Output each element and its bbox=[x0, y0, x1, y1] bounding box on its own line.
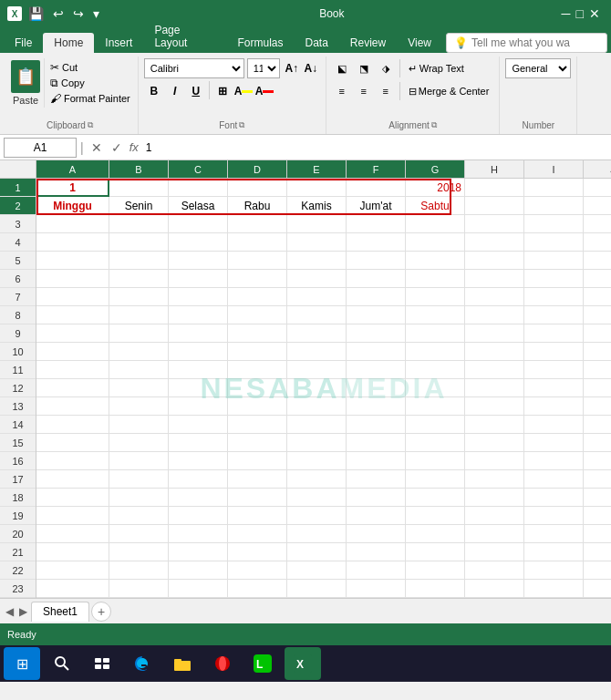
cell-g18[interactable] bbox=[406, 489, 465, 507]
cell-b5[interactable] bbox=[109, 252, 169, 270]
cell-b14[interactable] bbox=[109, 416, 169, 434]
cell-a23[interactable] bbox=[36, 580, 109, 598]
cell-a7[interactable] bbox=[36, 288, 109, 306]
cell-i23[interactable] bbox=[524, 580, 584, 598]
cell-d19[interactable] bbox=[228, 507, 287, 525]
cell-a13[interactable] bbox=[36, 397, 109, 416]
cell-a8[interactable] bbox=[36, 306, 109, 324]
cell-b9[interactable] bbox=[109, 324, 169, 343]
cell-i14[interactable] bbox=[524, 416, 584, 434]
align-left-btn[interactable]: ≡ bbox=[332, 81, 352, 101]
cell-h13[interactable] bbox=[465, 397, 524, 416]
cell-c22[interactable] bbox=[169, 561, 228, 580]
align-top-right-btn[interactable]: ⬗ bbox=[376, 58, 396, 78]
cell-d6[interactable] bbox=[228, 270, 287, 288]
cell-c11[interactable] bbox=[169, 361, 228, 379]
cell-g14[interactable] bbox=[406, 416, 465, 434]
cell-b19[interactable] bbox=[109, 507, 169, 525]
font-expand-icon[interactable]: ⧉ bbox=[239, 120, 244, 130]
cell-c3[interactable] bbox=[169, 215, 228, 233]
cell-f13[interactable] bbox=[347, 397, 406, 416]
cell-e10[interactable] bbox=[287, 343, 347, 361]
cell-j12[interactable] bbox=[584, 379, 611, 397]
cell-c1[interactable] bbox=[169, 179, 228, 197]
cell-d9[interactable] bbox=[228, 324, 287, 343]
cell-h23[interactable] bbox=[465, 580, 524, 598]
cell-i12[interactable] bbox=[524, 379, 584, 397]
underline-btn[interactable]: U bbox=[186, 81, 206, 101]
tab-home[interactable]: Home bbox=[43, 33, 94, 53]
cell-e2[interactable]: Kamis bbox=[287, 197, 347, 215]
cell-c13[interactable] bbox=[169, 397, 228, 416]
cell-b2[interactable]: Senin bbox=[109, 197, 169, 215]
formula-input[interactable] bbox=[142, 138, 607, 158]
copy-button[interactable]: ⧉ Copy bbox=[48, 76, 132, 90]
cell-d23[interactable] bbox=[228, 580, 287, 598]
cell-h9[interactable] bbox=[465, 324, 524, 343]
cell-j23[interactable] bbox=[584, 580, 611, 598]
row-header-21[interactable]: 21 bbox=[0, 543, 36, 561]
cell-f19[interactable] bbox=[347, 507, 406, 525]
cell-a15[interactable] bbox=[36, 434, 109, 452]
row-header-18[interactable]: 18 bbox=[0, 489, 36, 507]
cell-e4[interactable] bbox=[287, 233, 347, 252]
cell-e6[interactable] bbox=[287, 270, 347, 288]
cell-b16[interactable] bbox=[109, 452, 169, 470]
cell-d15[interactable] bbox=[228, 434, 287, 452]
cell-j19[interactable] bbox=[584, 507, 611, 525]
cell-i17[interactable] bbox=[524, 470, 584, 489]
cell-c18[interactable] bbox=[169, 489, 228, 507]
fill-color-btn[interactable]: A bbox=[233, 81, 254, 101]
col-header-h[interactable]: H bbox=[465, 160, 524, 178]
cell-i8[interactable] bbox=[524, 306, 584, 324]
cell-g9[interactable] bbox=[406, 324, 465, 343]
cell-j13[interactable] bbox=[584, 397, 611, 416]
cell-i19[interactable] bbox=[524, 507, 584, 525]
cell-b13[interactable] bbox=[109, 397, 169, 416]
row-header-13[interactable]: 13 bbox=[0, 397, 36, 416]
cell-g1[interactable]: 2018 bbox=[406, 179, 465, 197]
align-top-left-btn[interactable]: ⬕ bbox=[332, 58, 352, 78]
cell-g7[interactable] bbox=[406, 288, 465, 306]
cell-e3[interactable] bbox=[287, 215, 347, 233]
cell-h7[interactable] bbox=[465, 288, 524, 306]
cell-g6[interactable] bbox=[406, 270, 465, 288]
cell-c6[interactable] bbox=[169, 270, 228, 288]
cell-a22[interactable] bbox=[36, 561, 109, 580]
cell-a16[interactable] bbox=[36, 452, 109, 470]
cell-a5[interactable] bbox=[36, 252, 109, 270]
cell-j10[interactable] bbox=[584, 343, 611, 361]
cancel-formula-btn[interactable]: ✕ bbox=[88, 139, 106, 157]
row-header-7[interactable]: 7 bbox=[0, 288, 36, 306]
cell-i16[interactable] bbox=[524, 452, 584, 470]
cell-g22[interactable] bbox=[406, 561, 465, 580]
cell-h22[interactable] bbox=[465, 561, 524, 580]
increase-font-size-btn[interactable]: A↑ bbox=[283, 58, 301, 78]
decrease-font-size-btn[interactable]: A↓ bbox=[302, 58, 320, 78]
cell-g21[interactable] bbox=[406, 543, 465, 561]
cell-c7[interactable] bbox=[169, 288, 228, 306]
clipboard-expand-icon[interactable]: ⧉ bbox=[88, 120, 93, 130]
cell-i7[interactable] bbox=[524, 288, 584, 306]
cell-g16[interactable] bbox=[406, 452, 465, 470]
cell-h2[interactable] bbox=[465, 197, 524, 215]
cell-d16[interactable] bbox=[228, 452, 287, 470]
col-header-g[interactable]: G bbox=[406, 160, 465, 178]
sheet-scroll-right[interactable]: ▶ bbox=[17, 603, 29, 620]
task-view-button[interactable] bbox=[84, 647, 120, 680]
paste-button[interactable]: 📋 Paste bbox=[7, 58, 45, 108]
cell-f17[interactable] bbox=[347, 470, 406, 489]
save-quick-btn[interactable]: 💾 bbox=[26, 6, 47, 21]
col-header-e[interactable]: E bbox=[287, 160, 347, 178]
col-header-i[interactable]: I bbox=[524, 160, 584, 178]
cell-a20[interactable] bbox=[36, 525, 109, 543]
cell-f8[interactable] bbox=[347, 306, 406, 324]
cell-g5[interactable] bbox=[406, 252, 465, 270]
row-header-23[interactable]: 23 bbox=[0, 580, 36, 598]
cell-j21[interactable] bbox=[584, 543, 611, 561]
cell-g4[interactable] bbox=[406, 233, 465, 252]
cell-b7[interactable] bbox=[109, 288, 169, 306]
row-header-22[interactable]: 22 bbox=[0, 561, 36, 580]
file-explorer-button[interactable] bbox=[164, 647, 201, 680]
cell-g3[interactable] bbox=[406, 215, 465, 233]
